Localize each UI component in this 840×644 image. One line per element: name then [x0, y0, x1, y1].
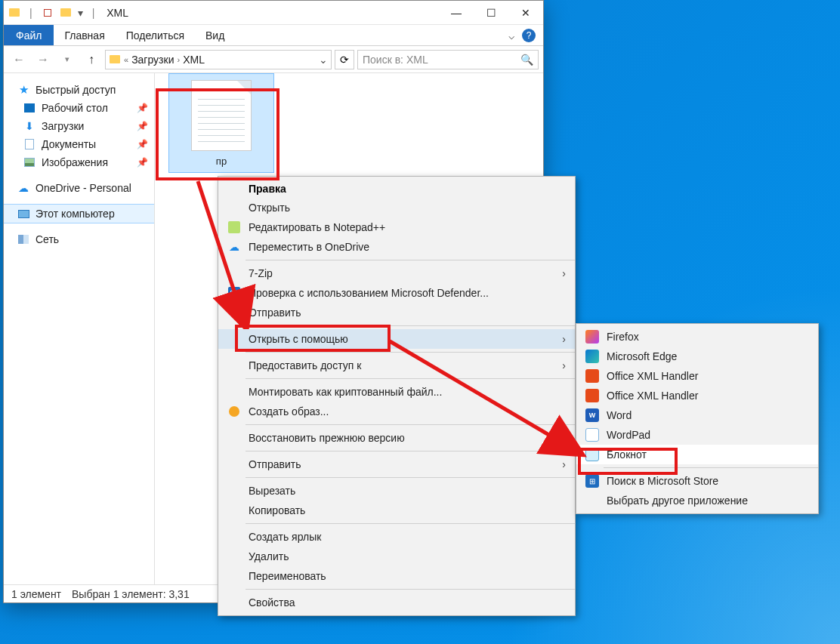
submenu-item[interactable]: Блокнот [576, 445, 818, 464]
defender-icon: 🛡 [227, 286, 241, 300]
tab-home[interactable]: Главная [54, 25, 115, 45]
share-icon: ↗ [227, 306, 241, 319]
context-item[interactable]: Отправить› [218, 454, 575, 474]
context-item[interactable]: Восстановить прежнюю версию [218, 428, 575, 448]
pin-icon: 📌 [137, 139, 148, 149]
word-icon: W [585, 408, 599, 422]
sidebar-quick-access[interactable]: ★ Быстрый доступ [4, 81, 154, 99]
submenu-item[interactable]: Office XML Handler [576, 386, 818, 405]
sidebar-item-pictures[interactable]: Изображения 📌 [4, 153, 154, 171]
pin-icon: 📌 [137, 157, 148, 168]
context-item[interactable]: Создать образ... [218, 402, 575, 421]
submenu-item[interactable]: Microsoft Edge [576, 347, 818, 366]
nav-back[interactable]: ← [8, 49, 29, 70]
chevron-right-icon: › [562, 359, 566, 371]
folder-icon [8, 7, 20, 19]
submenu-item[interactable]: Office XML Handler [576, 366, 818, 386]
context-item[interactable]: Открыть с помощью› [218, 329, 575, 349]
context-item[interactable]: Вырезать [218, 481, 575, 501]
nav-up[interactable]: ↑ [81, 49, 102, 70]
notepad-icon [585, 448, 599, 461]
navigation-bar: ← → ▾ ↑ « Загрузки › XML ⌄ ⟳ Поиск в: XM… [4, 46, 543, 73]
context-item[interactable]: 7-Zip› [218, 263, 575, 283]
close-button[interactable]: ✕ [508, 1, 543, 25]
context-item[interactable]: Удалить [218, 547, 575, 566]
context-item[interactable]: Монтировать как криптованный файл... [218, 382, 575, 402]
breadcrumb-part[interactable]: XML [183, 54, 205, 66]
submenu-store[interactable]: ⊞ Поиск в Microsoft Store [576, 471, 818, 491]
file-tab[interactable]: Файл [4, 25, 54, 45]
help-button[interactable]: ? [522, 29, 536, 42]
quick-prop-icon[interactable] [42, 7, 54, 19]
quick-new-icon[interactable] [60, 7, 72, 19]
sidebar-this-pc[interactable]: Этот компьютер [4, 205, 154, 223]
search-placeholder: Поиск в: XML [363, 54, 428, 66]
sidebar-item-documents[interactable]: Документы 📌 [4, 135, 154, 153]
ribbon: Файл Главная Поделиться Вид ⌵ ? [4, 25, 543, 46]
pin-icon: 📌 [137, 121, 148, 131]
chevron-right-icon: › [562, 267, 566, 279]
maximize-button[interactable]: ☐ [474, 1, 508, 25]
context-item[interactable]: Открыть [218, 198, 575, 217]
context-item[interactable]: ☁Переместить в OneDrive [218, 237, 575, 257]
nav-history-dropdown[interactable]: ▾ [57, 49, 78, 70]
office-icon [585, 389, 599, 402]
document-icon [23, 138, 36, 150]
chevron-right-icon: › [562, 333, 566, 345]
context-menu: Правка ОткрытьРедактировать в Notepad++☁… [218, 176, 576, 616]
submenu-item[interactable]: WWord [576, 405, 818, 425]
nav-forward[interactable]: → [32, 49, 54, 70]
chevron-right-icon: › [562, 458, 566, 470]
minimize-button[interactable]: — [439, 1, 474, 25]
wordpad-icon [585, 428, 599, 442]
pictures-icon [23, 156, 36, 168]
npp-icon [227, 220, 241, 234]
titlebar[interactable]: | ▾ | XML — ☐ ✕ [4, 1, 543, 25]
sidebar: ★ Быстрый доступ Рабочий стол 📌 ⬇ Загруз… [4, 73, 155, 584]
context-item[interactable]: 🛡Проверка с использованием Microsoft Def… [218, 283, 575, 303]
disk-icon [227, 405, 241, 418]
desktop-icon [23, 102, 36, 114]
file-name: пр [216, 156, 227, 167]
window-title: XML [103, 7, 128, 19]
status-selected: Выбран 1 элемент: 3,31 [72, 588, 190, 600]
address-bar[interactable]: « Загрузки › XML ⌄ [105, 50, 332, 69]
tab-view[interactable]: Вид [195, 25, 235, 45]
sidebar-item-desktop[interactable]: Рабочий стол 📌 [4, 99, 154, 117]
context-item[interactable]: ↗Отправить [218, 303, 575, 322]
pc-icon [17, 208, 29, 220]
context-item[interactable]: Создать ярлык [218, 527, 575, 547]
search-icon[interactable]: 🔍 [520, 54, 533, 66]
onedrive-icon: ☁ [227, 240, 241, 254]
edge-icon [585, 350, 599, 363]
address-dropdown[interactable]: ⌄ [319, 54, 328, 66]
refresh-button[interactable]: ⟳ [335, 50, 354, 69]
sidebar-item-downloads[interactable]: ⬇ Загрузки 📌 [4, 117, 154, 135]
status-count: 1 элемент [11, 588, 61, 600]
submenu-other-app[interactable]: Выбрать другое приложение [576, 491, 818, 510]
context-item[interactable]: Редактировать в Notepad++ [218, 217, 575, 237]
context-item[interactable]: Копировать [218, 501, 575, 520]
breadcrumb-prefix: « [124, 55, 128, 64]
sidebar-network[interactable]: Сеть [4, 230, 154, 248]
cloud-icon: ☁ [17, 182, 29, 194]
file-thumbnail-icon [191, 80, 252, 151]
search-input[interactable]: Поиск в: XML 🔍 [357, 50, 539, 69]
store-icon: ⊞ [585, 474, 599, 488]
file-item[interactable]: пр [168, 73, 274, 173]
submenu-item[interactable]: WordPad [576, 425, 818, 445]
office-icon [585, 369, 599, 383]
network-icon [17, 233, 29, 245]
submenu-item[interactable]: Firefox [576, 327, 818, 347]
star-icon: ★ [17, 84, 29, 96]
ribbon-expand-icon[interactable]: ⌵ [508, 29, 514, 42]
context-menu-title: Правка [218, 180, 575, 198]
open-with-submenu: FirefoxMicrosoft EdgeOffice XML HandlerO… [576, 323, 819, 514]
context-item[interactable]: Предоставить доступ к› [218, 356, 575, 375]
pin-icon: 📌 [137, 103, 148, 113]
context-item[interactable]: Свойства [218, 593, 575, 612]
tab-share[interactable]: Поделиться [116, 25, 195, 45]
sidebar-onedrive[interactable]: ☁ OneDrive - Personal [4, 179, 154, 197]
context-item[interactable]: Переименовать [218, 566, 575, 586]
breadcrumb-part[interactable]: Загрузки [131, 54, 174, 66]
